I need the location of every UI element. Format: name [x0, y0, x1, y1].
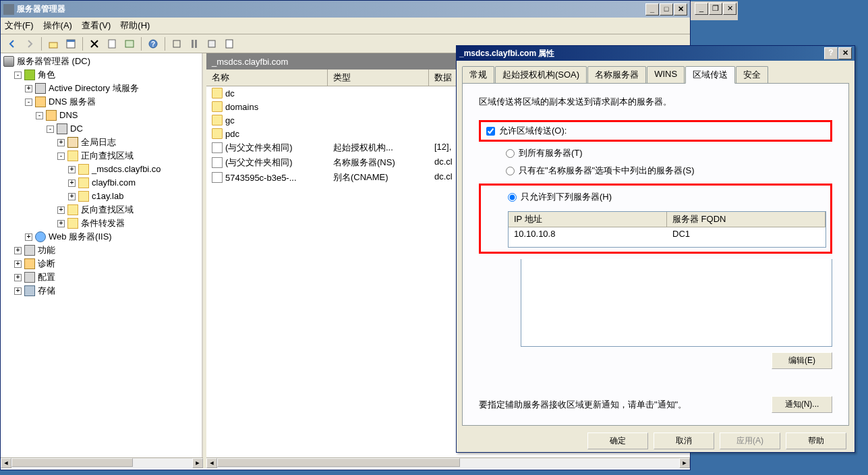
list-hscrollbar[interactable]: ◄ ►	[206, 457, 690, 468]
dialog-close-button[interactable]: ✕	[838, 47, 852, 59]
tool-button-1[interactable]	[169, 36, 184, 51]
refresh-button[interactable]	[122, 36, 137, 51]
help-button[interactable]: 帮助	[786, 432, 846, 449]
collapse-icon[interactable]: -	[57, 152, 65, 160]
new-button[interactable]	[105, 36, 119, 51]
collapse-icon[interactable]: -	[36, 112, 43, 119]
dialog-titlebar[interactable]: _msdcs.clayfbi.com 属性 ? ✕	[457, 46, 855, 61]
tree-storage[interactable]: +存储	[2, 284, 200, 298]
collapse-icon[interactable]: -	[25, 99, 32, 106]
expand-icon[interactable]: +	[68, 179, 76, 187]
back-button[interactable]	[5, 36, 20, 51]
up-button[interactable]	[46, 36, 61, 51]
scroll-left-button[interactable]: ◄	[1, 458, 11, 468]
tab-zone-transfer[interactable]: 区域传送	[685, 66, 735, 84]
col-ip-address[interactable]: IP 地址	[509, 212, 667, 227]
help-button[interactable]: ?	[146, 36, 161, 51]
tree-global-log[interactable]: +全局日志	[2, 136, 200, 149]
tree-dns-server[interactable]: -DNS 服务器	[2, 95, 200, 109]
col-server-fqdn[interactable]: 服务器 FQDN	[667, 212, 826, 227]
tree-zone-clayfbi[interactable]: +clayfbi.com	[2, 176, 200, 190]
expand-icon[interactable]: +	[68, 193, 76, 200]
dns-server-icon	[35, 96, 46, 107]
allowed-servers-list[interactable]: IP 地址 服务器 FQDN 10.10.10.8 DC1	[508, 211, 826, 248]
expand-icon[interactable]: +	[57, 220, 65, 227]
properties-button[interactable]	[63, 36, 78, 51]
dialog-help-button[interactable]: ?	[824, 47, 838, 59]
tab-nameservers[interactable]: 名称服务器	[587, 66, 646, 83]
tool-button-4[interactable]	[222, 36, 237, 51]
radio-all-servers[interactable]	[506, 149, 515, 158]
tab-general[interactable]: 常规	[462, 66, 494, 83]
bg-restore-button[interactable]: ❐	[709, 3, 722, 15]
tree-reverse-lookup[interactable]: +反向查找区域	[2, 203, 200, 217]
expand-icon[interactable]: +	[14, 274, 22, 281]
collapse-icon[interactable]: -	[47, 125, 54, 133]
radio-only-following[interactable]	[508, 193, 517, 202]
tab-wins[interactable]: WINS	[647, 66, 685, 83]
tree-dns[interactable]: -DNS	[2, 109, 200, 122]
column-type[interactable]: 类型	[328, 69, 429, 86]
allowed-servers-list-extension[interactable]	[521, 259, 832, 347]
delete-button[interactable]	[87, 36, 102, 51]
apply-button[interactable]: 应用(A)	[720, 432, 780, 449]
collapse-icon[interactable]: -	[14, 72, 22, 79]
column-name[interactable]: 名称	[206, 69, 328, 86]
tree-hscrollbar[interactable]: ◄ ►	[1, 457, 203, 468]
notify-button[interactable]: 通知(N)...	[772, 396, 832, 413]
expand-icon[interactable]: +	[14, 260, 22, 268]
svg-rect-2	[67, 40, 75, 42]
tab-security[interactable]: 安全	[736, 66, 768, 83]
scroll-right-button[interactable]: ►	[192, 458, 203, 468]
tree-forward-lookup[interactable]: -正向查找区域	[2, 149, 200, 163]
tree-zone-c1ay[interactable]: +c1ay.lab	[2, 190, 200, 203]
scroll-track[interactable]	[217, 458, 679, 468]
tree-conditional-forwarders[interactable]: +条件转发器	[2, 217, 200, 230]
scroll-track[interactable]	[11, 458, 192, 468]
dialog-button-row: 确定 取消 应用(A) 帮助	[462, 426, 849, 452]
tree-label: 角色	[38, 68, 55, 82]
menu-file[interactable]: 文件(F)	[5, 20, 34, 32]
expand-icon[interactable]: +	[57, 206, 65, 214]
cancel-button[interactable]: 取消	[654, 432, 714, 449]
scroll-left-button[interactable]: ◄	[206, 458, 217, 468]
tree-ad[interactable]: +Active Directory 域服务	[2, 82, 200, 95]
tool-button-2[interactable]	[187, 36, 202, 51]
tree-diagnostics[interactable]: +诊断	[2, 257, 200, 271]
bg-close-button[interactable]: ✕	[723, 3, 736, 15]
tree-roles[interactable]: -角色	[2, 68, 200, 82]
expand-icon[interactable]: +	[68, 166, 76, 173]
expand-icon[interactable]: +	[25, 85, 32, 92]
close-button[interactable]: ✕	[674, 3, 687, 16]
expand-icon[interactable]: +	[14, 247, 22, 254]
bg-minimize-button[interactable]: _	[695, 3, 708, 15]
menu-view[interactable]: 查看(V)	[82, 20, 111, 32]
tool-button-3[interactable]	[204, 36, 219, 51]
scroll-right-button[interactable]: ►	[679, 458, 690, 468]
maximize-button[interactable]: □	[660, 3, 673, 16]
radio-ns-tab-servers[interactable]	[506, 167, 515, 175]
allow-zone-transfer-checkbox[interactable]	[486, 127, 495, 136]
expand-icon[interactable]: +	[14, 287, 22, 295]
scroll-thumb[interactable]	[11, 458, 133, 467]
expand-icon[interactable]: +	[57, 139, 65, 146]
menu-action[interactable]: 操作(A)	[43, 20, 72, 32]
edit-button[interactable]: 编辑(E)	[772, 352, 832, 369]
forward-button[interactable]	[22, 36, 37, 51]
tab-soa[interactable]: 起始授权机构(SOA)	[495, 66, 587, 83]
tree-root[interactable]: 服务器管理器 (DC)	[2, 55, 200, 68]
tree-configuration[interactable]: +配置	[2, 271, 200, 284]
expand-icon[interactable]: +	[25, 233, 32, 241]
ok-button[interactable]: 确定	[587, 432, 648, 449]
ad-icon	[35, 83, 46, 94]
scroll-thumb[interactable]	[217, 458, 460, 467]
tree-zone-msdcs[interactable]: +_msdcs.clayfbi.co	[2, 163, 200, 176]
menu-help[interactable]: 帮助(H)	[120, 20, 150, 32]
tree-features[interactable]: +功能	[2, 244, 200, 257]
tree-label: 服务器管理器 (DC)	[17, 55, 90, 68]
server-list-row[interactable]: 10.10.10.8 DC1	[509, 227, 826, 240]
minimize-button[interactable]: _	[645, 3, 659, 16]
tree-pane[interactable]: 服务器管理器 (DC) -角色 +Active Directory 域服务 -D…	[1, 53, 203, 457]
tree-web-server[interactable]: +Web 服务器(IIS)	[2, 230, 200, 244]
tree-dc[interactable]: -DC	[2, 122, 200, 136]
